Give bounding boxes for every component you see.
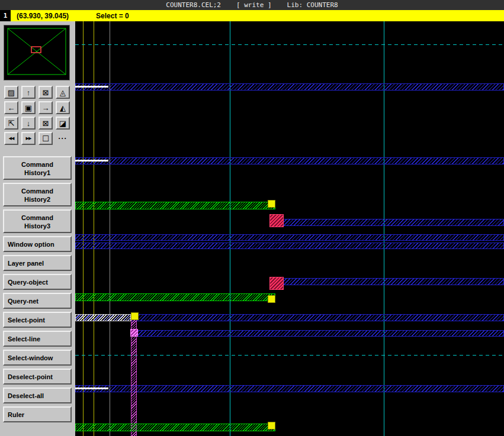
- layout-canvas[interactable]: [75, 21, 504, 436]
- sidebar-button-window-option[interactable]: Window option: [3, 236, 72, 252]
- sidebar-button-query-net[interactable]: Query-net: [3, 293, 72, 309]
- green-trace-1: [75, 202, 275, 209]
- selected-net-segment: [75, 314, 131, 321]
- more-options-button[interactable]: ···: [56, 132, 70, 145]
- sidebar-button-ruler[interactable]: Ruler: [3, 406, 72, 422]
- metal-trace-5: [75, 243, 504, 249]
- window-body: ▨↑⊠◬←▣→◭⇱↓⊠◪◀◀▶▶☐··· Command History1Com…: [0, 21, 504, 436]
- cursor-coordinates: (63.930, 39.045): [17, 12, 69, 20]
- net-highlight-1: [75, 86, 108, 88]
- zoom-out-button[interactable]: ◭: [56, 101, 70, 114]
- history-back-button[interactable]: ◀◀: [4, 132, 18, 145]
- contact-yellow-4: [268, 422, 275, 429]
- fit-view-button[interactable]: ⇱: [4, 117, 18, 130]
- boundary-line-horizontal-1: [75, 44, 504, 45]
- sidebar-button-select-window[interactable]: Select-window: [3, 350, 72, 366]
- metal-trace-3: [275, 219, 504, 226]
- metal-trace-8: [131, 330, 504, 337]
- layout-editor-window: COUNTER8.CEL;2 [ write ] Lib: COUNTER8 1…: [0, 0, 504, 436]
- sidebar-button-deselect-point[interactable]: Deselect-point: [3, 369, 72, 385]
- metal-trace-1: [75, 83, 504, 91]
- net-highlight-3: [75, 387, 108, 389]
- pan-right-button[interactable]: →: [38, 101, 53, 114]
- metal-trace-9: [75, 385, 504, 392]
- sidebar-button-command-history1[interactable]: Command History1: [3, 156, 72, 180]
- contact-yellow-3: [268, 295, 275, 303]
- center-view-button[interactable]: ▣: [21, 101, 36, 114]
- green-trace-2: [75, 293, 275, 301]
- redraw-button[interactable]: ▨: [4, 86, 18, 99]
- titlebar-library-name: Lib: COUNTER8: [287, 1, 338, 9]
- titlebar-cell-name: COUNTER8.CEL;2: [166, 1, 221, 9]
- view-tool-grid: ▨↑⊠◬←▣→◭⇱↓⊠◪◀◀▶▶☐···: [4, 86, 75, 145]
- overview-graphic: [4, 25, 69, 80]
- sidebar-button-command-history3[interactable]: Command History3: [3, 209, 72, 233]
- pan-left-button[interactable]: ←: [4, 101, 18, 114]
- status-bar: 1 (63.930, 39.045) Select = 0: [0, 10, 504, 21]
- sidebar-button-select-point[interactable]: Select-point: [3, 312, 72, 328]
- metal-trace-6: [275, 278, 504, 285]
- zoom-previous-button[interactable]: ⊠: [38, 117, 53, 130]
- net-highlight-2: [75, 160, 108, 162]
- sidebar-button-select-line[interactable]: Select-line: [3, 331, 72, 347]
- fill-toggle-button[interactable]: ◪: [56, 117, 70, 130]
- pan-down-button[interactable]: ↓: [21, 117, 36, 130]
- via-marker-1: [269, 214, 284, 227]
- titlebar-write-mode: [ write ]: [236, 1, 272, 9]
- sidebar-button-query-object[interactable]: Query-object: [3, 274, 72, 290]
- sidebar-button-command-history2[interactable]: Command History2: [3, 183, 72, 206]
- contact-yellow-2: [131, 312, 139, 320]
- pan-up-button[interactable]: ↑: [21, 86, 36, 99]
- metal-trace-7: [75, 314, 504, 321]
- window-titlebar: COUNTER8.CEL;2 [ write ] Lib: COUNTER8: [0, 0, 504, 10]
- sidebar-button-layer-panel[interactable]: Layer panel: [3, 255, 72, 271]
- tool-sidebar: ▨↑⊠◬←▣→◭⇱↓⊠◪◀◀▶▶☐··· Command History1Com…: [0, 21, 75, 436]
- contact-yellow-1: [268, 200, 275, 208]
- history-forward-button[interactable]: ▶▶: [21, 132, 36, 145]
- overview-thumbnail[interactable]: [4, 25, 70, 80]
- zoom-box-button[interactable]: ⊠: [38, 86, 53, 99]
- green-trace-3: [75, 424, 275, 431]
- via-marker-2: [269, 277, 284, 290]
- select-count: Select = 0: [96, 12, 129, 20]
- window-number-badge: 1: [0, 10, 11, 21]
- metal-trace-4: [75, 234, 504, 241]
- command-button-stack: Command History1Command History2Command …: [3, 156, 75, 422]
- metal-trace-2: [75, 157, 504, 164]
- sidebar-button-deselect-all[interactable]: Deselect-all: [3, 387, 72, 403]
- boundary-line-horizontal-2: [75, 355, 504, 356]
- select-box-button[interactable]: ☐: [38, 132, 53, 145]
- zoom-in-button[interactable]: ◬: [56, 86, 70, 99]
- contact-pink: [130, 329, 138, 337]
